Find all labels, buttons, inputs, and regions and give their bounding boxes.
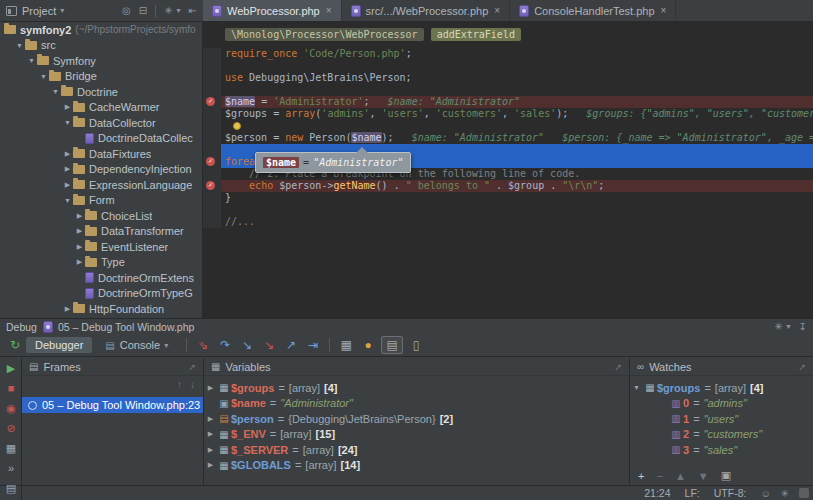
variable-row[interactable]: ▶$_SERVER=[array][24] — [204, 442, 629, 458]
chevron-right-icon[interactable]: ▶ — [204, 384, 217, 392]
chevron-right-icon[interactable]: ▶ — [204, 430, 217, 438]
chevron-down-icon[interactable]: ▼ — [630, 384, 643, 391]
chevron-right-icon[interactable]: ▶ — [62, 181, 73, 189]
tree-root-symfony2[interactable]: symfony2 (~/PhpstormProjects/symfo — [0, 22, 202, 38]
tree-item-expressionlanguage[interactable]: ▶ExpressionLanguage — [0, 177, 202, 193]
tree-item-doctrineormtypeg[interactable]: DoctrineOrmTypeG — [0, 286, 202, 302]
chevron-right-icon[interactable]: ▶ — [74, 258, 85, 266]
watch-child-row[interactable]: 3="sales" — [630, 442, 813, 458]
code-line[interactable] — [203, 84, 813, 96]
gutter[interactable] — [203, 60, 221, 72]
editor[interactable]: \Monolog\Processor\WebProcessoraddExtraF… — [203, 22, 813, 318]
watch-child-row[interactable]: 0="admins" — [630, 396, 813, 412]
gutter[interactable] — [203, 216, 221, 228]
popout-icon[interactable]: ➚ — [188, 362, 196, 372]
close-icon[interactable]: ▯ — [405, 338, 427, 352]
breakpoint-icon[interactable]: ✓ — [206, 181, 215, 190]
code-line[interactable]: ✓ echo $person->getName() . " belongs to… — [203, 180, 813, 192]
view-breakpoints-icon[interactable]: ◉ — [0, 398, 22, 418]
code-line[interactable]: use Debugging\JetBrains\Person; — [203, 72, 813, 84]
close-icon[interactable]: × — [326, 5, 332, 16]
move-up-icon[interactable]: ▲ — [675, 470, 686, 482]
gutter[interactable] — [203, 120, 221, 132]
code-line[interactable] — [203, 204, 813, 216]
tree-item-form[interactable]: ▼Form — [0, 193, 202, 209]
gutter[interactable]: ✓ — [203, 180, 221, 192]
encoding-indicator[interactable]: UTF-8: — [714, 487, 747, 499]
tree-item-eventlistener[interactable]: ▶EventListener — [0, 239, 202, 255]
chevron-down-icon[interactable]: ▼ — [38, 73, 49, 80]
code-line[interactable]: $groups = array('admins', 'users', 'cust… — [203, 108, 813, 120]
tree-item-type[interactable]: ▶Type — [0, 255, 202, 271]
code-line[interactable]: require_once 'Code/Person.php'; — [203, 48, 813, 60]
tree-item-httpfoundation[interactable]: ▶HttpFoundation — [0, 301, 202, 317]
code-line[interactable] — [203, 120, 813, 132]
evaluate-expression-icon[interactable]: ▦ — [335, 338, 357, 352]
collapse-all-icon[interactable]: ⊟ — [139, 5, 147, 16]
code-line[interactable]: //... — [203, 216, 813, 228]
popout-icon[interactable]: ➚ — [798, 362, 806, 372]
settings-icon[interactable]: ✳ — [774, 321, 782, 332]
tree-item-doctrinedatacollec[interactable]: DoctrineDataCollec — [0, 131, 202, 147]
breakpoint-icon[interactable]: ✓ — [206, 97, 215, 106]
chevron-right-icon[interactable]: ▶ — [62, 150, 73, 158]
breakpoint-icon[interactable]: ✓ — [206, 157, 215, 166]
tree-item-symfony[interactable]: ▼Symfony — [0, 53, 202, 69]
tree-item-datafixtures[interactable]: ▶DataFixtures — [0, 146, 202, 162]
tree-item-doctrineormextens[interactable]: DoctrineOrmExtens — [0, 270, 202, 286]
step-out-icon[interactable]: ↗ — [280, 338, 302, 352]
chevron-down-icon[interactable]: ▼ — [26, 57, 37, 64]
chevron-right-icon[interactable]: ▶ — [62, 305, 73, 313]
chevron-right-icon[interactable]: ▶ — [204, 461, 217, 469]
hide-icon[interactable]: ↧ — [799, 321, 807, 332]
chevron-right-icon[interactable]: ▶ — [74, 243, 85, 251]
code-line[interactable]: $person = new Person($name); $name: "Adm… — [203, 132, 813, 144]
chevron-down-icon[interactable]: ▼ — [50, 88, 61, 95]
chevron-down-icon[interactable]: ▾ — [60, 6, 64, 15]
gutter[interactable] — [203, 108, 221, 120]
variable-row[interactable]: $name="Administrator" — [204, 396, 629, 412]
tree-item-src[interactable]: ▼src — [0, 38, 202, 54]
hide-panel-icon[interactable]: ⇤ — [189, 5, 197, 16]
watch-child-row[interactable]: 2="customers" — [630, 427, 813, 443]
chevron-down-icon[interactable]: ▼ — [62, 197, 73, 204]
hector-icon[interactable]: ☺ — [760, 488, 770, 499]
gutter[interactable]: ✓ — [203, 96, 221, 108]
watch-child-row[interactable]: 1="users" — [630, 411, 813, 427]
tree-item-cachewarmer[interactable]: ▶CacheWarmer — [0, 100, 202, 116]
restore-layout-icon[interactable]: ▦ — [0, 438, 22, 458]
gutter[interactable] — [203, 132, 221, 144]
force-step-into-icon[interactable]: ↘ — [258, 338, 280, 352]
variable-row[interactable]: ▶$_ENV=[array][15] — [204, 427, 629, 443]
variable-row[interactable]: ▶$GLOBALS=[array][14] — [204, 458, 629, 474]
tree-item-datatransformer[interactable]: ▶DataTransformer — [0, 224, 202, 240]
resize-grip[interactable] — [799, 488, 809, 498]
chevron-down-icon[interactable]: ▾ — [164, 341, 168, 350]
selected-frame-row[interactable]: 05 – Debug Tool Window.php:23 — [22, 397, 203, 413]
chevron-down-icon[interactable]: ▾ — [177, 6, 181, 15]
tree-item-choicelist[interactable]: ▶ChoiceList — [0, 208, 202, 224]
gutter[interactable] — [203, 84, 221, 96]
watch-row[interactable]: ▼$groups=[array][4] — [630, 380, 813, 396]
run-to-cursor-icon[interactable]: ⇥ — [302, 338, 324, 352]
chevron-down-icon[interactable]: ▼ — [14, 42, 25, 49]
console-icon[interactable]: ▤ — [0, 478, 22, 498]
code-area[interactable]: require_once 'Code/Person.php';use Debug… — [203, 46, 813, 318]
chevron-right-icon[interactable]: ▶ — [204, 446, 217, 454]
gutter[interactable] — [203, 48, 221, 60]
mute-breakpoints-icon[interactable]: ⊘ — [0, 418, 22, 438]
settings-icon[interactable]: ✳ — [164, 5, 172, 16]
variable-row[interactable]: ▶$person={Debugging\JetBrains\Person}[2] — [204, 411, 629, 427]
chevron-right-icon[interactable]: ▶ — [74, 227, 85, 235]
resume-icon[interactable]: ▶ — [0, 358, 22, 378]
step-over-icon[interactable]: ↷ — [214, 338, 236, 352]
stop-icon[interactable]: ■ — [0, 378, 22, 398]
variable-row[interactable]: ▶$groups=[array][4] — [204, 380, 629, 396]
duplicate-icon[interactable]: ▣ — [721, 469, 731, 482]
line-separator-indicator[interactable]: LF: — [685, 487, 700, 499]
tree-item-bridge[interactable]: ▼Bridge — [0, 69, 202, 85]
step-into-icon[interactable]: ↘ — [236, 338, 258, 352]
tab-console[interactable]: ▤Console▾ — [96, 337, 177, 353]
code-line[interactable]: ✓$name = 'Administrator'; $name: "Admini… — [203, 96, 813, 108]
add-watch-icon[interactable]: + — [638, 470, 644, 482]
